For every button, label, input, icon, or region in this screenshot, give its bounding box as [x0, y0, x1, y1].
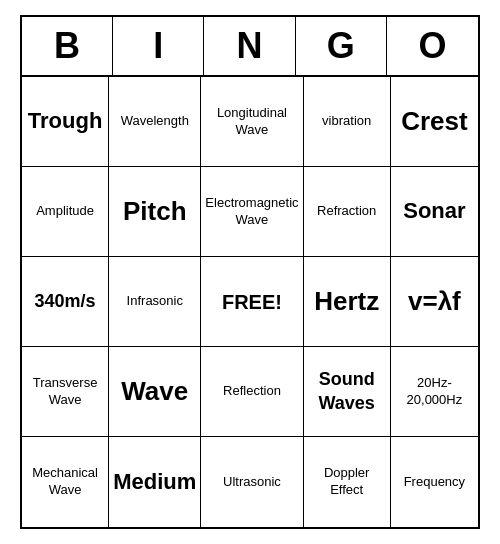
cell-text-7: Electromagnetic Wave [205, 195, 298, 229]
header-letter-b: B [22, 17, 113, 75]
bingo-cell-20: Mechanical Wave [22, 437, 109, 527]
cell-text-13: Hertz [314, 285, 379, 319]
cell-text-4: Crest [401, 105, 467, 139]
header-letter-o: O [387, 17, 478, 75]
cell-text-9: Sonar [403, 197, 465, 226]
bingo-cell-15: Transverse Wave [22, 347, 109, 437]
header-letter-n: N [204, 17, 295, 75]
cell-text-5: Amplitude [36, 203, 94, 220]
bingo-cell-21: Medium [109, 437, 201, 527]
cell-text-15: Transverse Wave [26, 375, 104, 409]
bingo-cell-13: Hertz [304, 257, 391, 347]
bingo-cell-24: Frequency [391, 437, 478, 527]
cell-text-19: 20Hz-20,000Hz [395, 375, 474, 409]
cell-text-8: Refraction [317, 203, 376, 220]
cell-text-18: Sound Waves [308, 368, 386, 415]
bingo-cell-5: Amplitude [22, 167, 109, 257]
bingo-cell-12: FREE! [201, 257, 303, 347]
cell-text-12: FREE! [222, 289, 282, 315]
bingo-cell-7: Electromagnetic Wave [201, 167, 303, 257]
bingo-cell-6: Pitch [109, 167, 201, 257]
bingo-card: BINGO TroughWavelengthLongitudinal Wavev… [20, 15, 480, 529]
bingo-cell-1: Wavelength [109, 77, 201, 167]
bingo-cell-16: Wave [109, 347, 201, 437]
bingo-cell-17: Reflection [201, 347, 303, 437]
bingo-cell-0: Trough [22, 77, 109, 167]
cell-text-22: Ultrasonic [223, 474, 281, 491]
cell-text-14: v=λf [408, 285, 461, 319]
header-letter-g: G [296, 17, 387, 75]
cell-text-2: Longitudinal Wave [205, 105, 298, 139]
bingo-cell-22: Ultrasonic [201, 437, 303, 527]
cell-text-1: Wavelength [121, 113, 189, 130]
bingo-cell-2: Longitudinal Wave [201, 77, 303, 167]
cell-text-21: Medium [113, 468, 196, 497]
cell-text-24: Frequency [404, 474, 465, 491]
cell-text-11: Infrasonic [127, 293, 183, 310]
cell-text-10: 340m/s [35, 290, 96, 313]
bingo-cell-8: Refraction [304, 167, 391, 257]
bingo-cell-11: Infrasonic [109, 257, 201, 347]
bingo-cell-14: v=λf [391, 257, 478, 347]
bingo-cell-3: vibration [304, 77, 391, 167]
cell-text-23: Doppler Effect [308, 465, 386, 499]
bingo-grid: TroughWavelengthLongitudinal Wavevibrati… [22, 77, 478, 527]
cell-text-16: Wave [121, 375, 188, 409]
cell-text-20: Mechanical Wave [26, 465, 104, 499]
cell-text-17: Reflection [223, 383, 281, 400]
bingo-cell-18: Sound Waves [304, 347, 391, 437]
cell-text-3: vibration [322, 113, 371, 130]
bingo-cell-9: Sonar [391, 167, 478, 257]
bingo-cell-19: 20Hz-20,000Hz [391, 347, 478, 437]
bingo-cell-4: Crest [391, 77, 478, 167]
cell-text-6: Pitch [123, 195, 187, 229]
header-letter-i: I [113, 17, 204, 75]
bingo-cell-23: Doppler Effect [304, 437, 391, 527]
cell-text-0: Trough [28, 107, 103, 136]
bingo-cell-10: 340m/s [22, 257, 109, 347]
bingo-header: BINGO [22, 17, 478, 77]
